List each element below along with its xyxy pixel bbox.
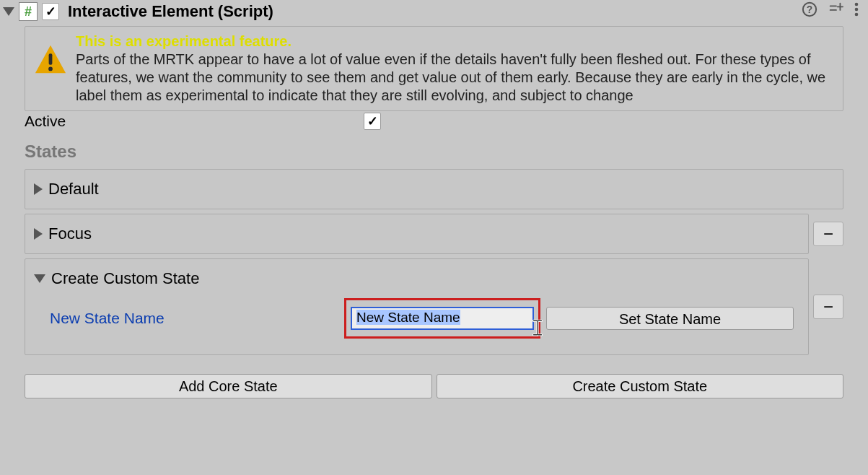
states-list: Default Focus − Create Custom State New … (0, 169, 868, 355)
input-selected-text: New State Name (356, 310, 460, 325)
create-custom-state-button[interactable]: Create Custom State (437, 374, 844, 398)
component-enabled-checkbox[interactable] (42, 3, 59, 20)
state-row-default: Default (25, 169, 843, 209)
states-section-title: States (0, 131, 868, 169)
svg-rect-9 (49, 53, 53, 64)
state-label: Default (48, 180, 99, 199)
kebab-menu-icon[interactable] (854, 1, 859, 22)
help-icon[interactable]: ? (802, 1, 817, 22)
header-actions: ? (802, 1, 864, 22)
chevron-right-icon (34, 183, 43, 195)
state-box: Create Custom State New State Name New S… (25, 258, 809, 355)
script-icon: # (19, 2, 38, 21)
warning-icon (34, 32, 67, 79)
state-foldout-toggle[interactable]: Default (34, 180, 834, 199)
component-title: Interactive Element (Script) (68, 2, 273, 21)
chevron-right-icon (34, 228, 43, 240)
active-label: Active (25, 113, 356, 130)
warning-title: This is an experimental feature. (76, 33, 291, 49)
add-core-state-button[interactable]: Add Core State (25, 374, 432, 398)
active-row: Active (0, 111, 868, 131)
remove-state-button[interactable]: − (813, 295, 843, 319)
script-icon-char: # (25, 4, 32, 19)
new-state-name-label: New State Name (50, 310, 338, 327)
svg-point-8 (855, 13, 859, 17)
svg-point-6 (855, 3, 859, 6)
svg-point-7 (855, 8, 859, 12)
new-state-name-input[interactable]: New State Name (351, 307, 534, 330)
state-row-create-custom: Create Custom State New State Name New S… (25, 258, 843, 355)
warning-body: Parts of the MRTK appear to have a lot o… (76, 51, 825, 103)
state-box: Default (25, 169, 843, 209)
state-foldout-toggle[interactable]: Create Custom State (34, 269, 799, 288)
preset-icon[interactable] (828, 1, 843, 22)
state-label: Focus (48, 225, 92, 243)
warning-text: This is an experimental feature. Parts o… (76, 32, 834, 105)
custom-state-body: New State Name New State Name Set State … (34, 288, 799, 344)
chevron-down-icon (34, 274, 45, 283)
state-label: Create Custom State (51, 269, 199, 288)
set-state-name-button[interactable]: Set State Name (546, 307, 794, 330)
state-box: Focus (25, 214, 809, 254)
highlighted-input-area: New State Name (344, 298, 540, 339)
svg-point-10 (48, 67, 53, 71)
bottom-button-row: Add Core State Create Custom State (0, 359, 868, 398)
active-checkbox[interactable] (364, 113, 381, 130)
svg-text:?: ? (807, 4, 812, 15)
state-row-focus: Focus − (25, 214, 843, 254)
component-header: # Interactive Element (Script) ? (0, 0, 868, 26)
remove-state-button[interactable]: − (813, 222, 843, 246)
experimental-warning: This is an experimental feature. Parts o… (25, 26, 843, 111)
state-foldout-toggle[interactable]: Focus (34, 225, 799, 243)
foldout-toggle-icon[interactable] (3, 7, 14, 16)
